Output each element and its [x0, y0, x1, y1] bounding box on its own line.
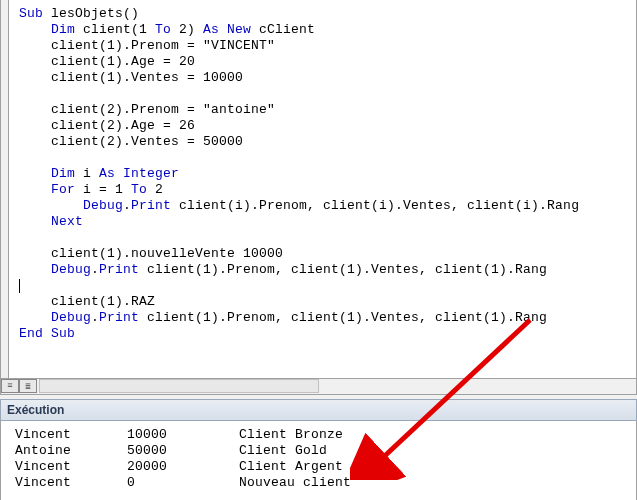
- text-cursor: [19, 279, 20, 293]
- code-text: client(1).Ventes = 10000: [19, 70, 243, 85]
- output-cell: 10000: [127, 427, 167, 442]
- code-text: .: [91, 310, 99, 325]
- code-text: [19, 150, 51, 165]
- lines-icon: ≣: [25, 381, 30, 392]
- output-cell: 50000: [127, 443, 167, 458]
- kw-dim: Dim: [19, 22, 75, 37]
- code-text: 2: [147, 182, 163, 197]
- output-cell: Nouveau client: [239, 475, 351, 490]
- output-cell: Client Bronze: [239, 427, 343, 442]
- code-text: client(1).Prenom, client(1).Ventes, clie…: [139, 310, 547, 325]
- output-cell: Client Gold: [239, 443, 327, 458]
- kw-dim: Dim: [19, 166, 75, 181]
- code-text: [19, 230, 51, 245]
- code-margin: [1, 0, 9, 394]
- kw-to: To: [155, 22, 171, 37]
- code-editor-pane[interactable]: Sub lesObjets() Dim client(1 To 2) As Ne…: [0, 0, 637, 395]
- lines-icon: ≡: [7, 381, 12, 391]
- code-text: client(1).Prenom, client(1).Ventes, clie…: [139, 262, 547, 277]
- code-text: client(1).Age = 20: [19, 54, 195, 69]
- kw-for: For: [19, 182, 75, 197]
- code-text: client(2).Ventes = 50000: [19, 134, 243, 149]
- code-text: client(1: [75, 22, 155, 37]
- kw-asnew: As New: [203, 22, 251, 37]
- kw-sub: Sub: [19, 6, 43, 21]
- kw-asint: As Integer: [99, 166, 179, 181]
- code-text: cClient: [251, 22, 315, 37]
- horizontal-scrollbar[interactable]: [39, 379, 319, 393]
- output-cell: Antoine: [15, 443, 71, 458]
- kw-debug: Debug: [19, 310, 91, 325]
- output-cell: Vincent: [15, 459, 71, 474]
- view-buttons-bar: ≡ ≣: [1, 378, 636, 394]
- code-text: lesObjets(): [43, 6, 139, 21]
- code-content[interactable]: Sub lesObjets() Dim client(1 To 2) As Ne…: [1, 0, 636, 342]
- kw-debug: Debug: [19, 198, 123, 213]
- output-cell: 0: [127, 475, 135, 490]
- code-text: i = 1: [75, 182, 131, 197]
- immediate-window[interactable]: Vincent 10000 Client Bronze Antoine 5000…: [0, 421, 637, 500]
- procedure-view-button[interactable]: ≡: [1, 379, 19, 393]
- code-text: .: [91, 262, 99, 277]
- code-text: client(1).nouvelleVente 10000: [19, 246, 283, 261]
- output-cell: 20000: [127, 459, 167, 474]
- kw-print: Print: [131, 198, 171, 213]
- kw-endsub: End Sub: [19, 326, 75, 341]
- output-cell: Client Argent: [239, 459, 343, 474]
- code-text: .: [123, 198, 131, 213]
- kw-debug: Debug: [19, 262, 91, 277]
- kw-print: Print: [99, 310, 139, 325]
- kw-to: To: [131, 182, 147, 197]
- code-text: client(i).Prenom, client(i).Ventes, clie…: [171, 198, 579, 213]
- code-text: client(2).Prenom = "antoine": [19, 102, 275, 117]
- code-text: i: [75, 166, 99, 181]
- kw-print: Print: [99, 262, 139, 277]
- output-cell: Vincent: [15, 475, 71, 490]
- code-text: client(1).RAZ: [19, 294, 155, 309]
- code-text: 2): [171, 22, 203, 37]
- code-text: [19, 86, 51, 101]
- code-text: client(2).Age = 26: [19, 118, 195, 133]
- kw-next: Next: [19, 214, 83, 229]
- full-module-view-button[interactable]: ≣: [19, 379, 37, 393]
- code-text: client(1).Prenom = "VINCENT": [19, 38, 275, 53]
- immediate-window-title: Exécution: [0, 399, 637, 421]
- output-cell: Vincent: [15, 427, 71, 442]
